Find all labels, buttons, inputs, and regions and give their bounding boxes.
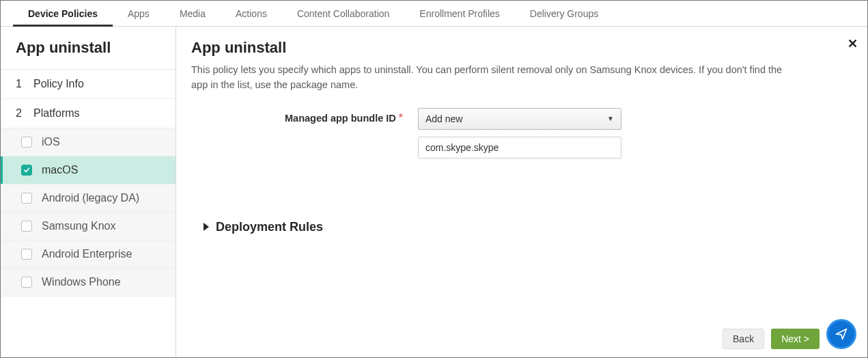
top-tab-apps[interactable]: Apps bbox=[113, 1, 165, 26]
platform-android-enterprise[interactable]: Android Enterprise bbox=[1, 240, 176, 268]
top-tab-content-collaboration[interactable]: Content Collaboration bbox=[282, 1, 404, 26]
platform-label: Windows Phone bbox=[42, 276, 121, 288]
top-tab-device-policies[interactable]: Device Policies bbox=[13, 1, 113, 26]
footer-buttons: Back Next > bbox=[723, 329, 820, 349]
deployment-rules-label: Deployment Rules bbox=[216, 220, 323, 234]
step-policy-info[interactable]: 1Policy Info bbox=[1, 70, 176, 99]
top-tab-media[interactable]: Media bbox=[165, 1, 221, 26]
triangle-right-icon bbox=[204, 223, 209, 231]
checkbox[interactable] bbox=[21, 165, 32, 176]
checkbox[interactable] bbox=[21, 193, 32, 204]
checkbox[interactable] bbox=[21, 137, 32, 148]
step-number: 1 bbox=[16, 78, 25, 90]
top-tabs: Device PoliciesAppsMediaActionsContent C… bbox=[1, 1, 867, 27]
help-bubble-button[interactable] bbox=[826, 319, 856, 349]
checkbox[interactable] bbox=[21, 277, 32, 288]
deployment-rules-toggle[interactable]: Deployment Rules bbox=[191, 220, 852, 234]
checkbox[interactable] bbox=[21, 221, 32, 232]
platform-macos[interactable]: macOS bbox=[1, 156, 176, 184]
back-button[interactable]: Back bbox=[723, 329, 764, 349]
top-tab-actions[interactable]: Actions bbox=[221, 1, 282, 26]
paper-plane-icon bbox=[835, 327, 848, 341]
bundle-id-label: Managed app bundle ID bbox=[285, 113, 396, 124]
page-description: This policy lets you specify which apps … bbox=[191, 62, 792, 93]
required-mark: * bbox=[399, 112, 403, 124]
platform-label: Android Enterprise bbox=[42, 248, 132, 260]
content-pane: ✕ App uninstall This policy lets you spe… bbox=[176, 27, 867, 357]
platform-android-legacy-da-[interactable]: Android (legacy DA) bbox=[1, 184, 176, 212]
platform-ios[interactable]: iOS bbox=[1, 128, 176, 156]
platform-samsung-knox[interactable]: Samsung Knox bbox=[1, 212, 176, 240]
bundle-id-row: Managed app bundle ID* Add new ▼ bbox=[191, 108, 852, 159]
page-title: App uninstall bbox=[191, 39, 852, 57]
bundle-id-dropdown[interactable]: Add new ▼ bbox=[418, 108, 621, 130]
close-icon[interactable]: ✕ bbox=[848, 36, 858, 51]
sidebar-title: App uninstall bbox=[1, 27, 176, 70]
checkbox[interactable] bbox=[21, 249, 32, 260]
platform-label: Android (legacy DA) bbox=[42, 192, 139, 204]
platform-windows-phone[interactable]: Windows Phone bbox=[1, 268, 176, 297]
top-tab-delivery-groups[interactable]: Delivery Groups bbox=[515, 1, 613, 26]
platform-label: iOS bbox=[42, 136, 60, 148]
next-button[interactable]: Next > bbox=[771, 329, 820, 349]
step-label: Platforms bbox=[33, 107, 80, 120]
platform-label: macOS bbox=[42, 164, 78, 176]
platform-list: iOSmacOSAndroid (legacy DA)Samsung KnoxA… bbox=[1, 128, 176, 297]
top-tab-enrollment-profiles[interactable]: Enrollment Profiles bbox=[404, 1, 515, 26]
step-number: 2 bbox=[16, 107, 25, 120]
platform-label: Samsung Knox bbox=[42, 220, 116, 232]
bundle-id-input[interactable] bbox=[418, 137, 621, 159]
step-platforms[interactable]: 2Platforms bbox=[1, 99, 176, 128]
chevron-down-icon: ▼ bbox=[607, 115, 614, 122]
dropdown-value: Add new bbox=[425, 113, 462, 124]
sidebar: App uninstall 1Policy Info2Platforms iOS… bbox=[1, 27, 176, 357]
step-label: Policy Info bbox=[33, 78, 84, 90]
